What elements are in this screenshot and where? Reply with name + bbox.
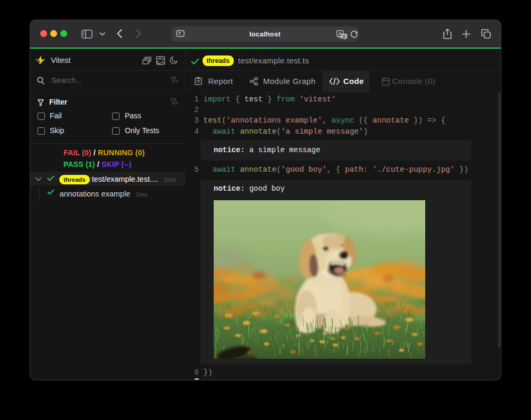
svg-text:文: 文	[342, 34, 346, 39]
